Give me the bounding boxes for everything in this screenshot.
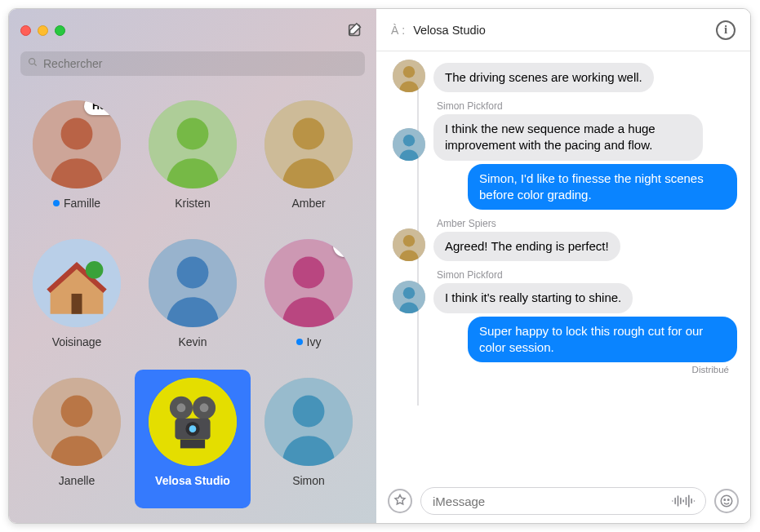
svg-point-14	[293, 257, 325, 289]
conversation-label: Kevin	[178, 335, 207, 348]
conversation-label: Famille	[53, 197, 100, 210]
delivered-label: Distribué	[468, 365, 729, 375]
sender-name: Amber Spiers	[437, 218, 620, 229]
message-bubble[interactable]: Simon, I'd like to finesse the night sce…	[468, 164, 737, 211]
svg-point-35	[403, 287, 415, 299]
apps-button[interactable]	[388, 489, 412, 513]
message-row-incoming: The driving scenes are working well.	[393, 60, 742, 92]
conversation-header: À : Velosa Studio i	[376, 9, 750, 51]
compose-button[interactable]	[345, 20, 365, 40]
avatar: Home!	[33, 100, 121, 188]
svg-point-16	[61, 396, 93, 428]
unread-dot	[296, 339, 303, 345]
titlebar	[9, 9, 376, 51]
message-avatar[interactable]	[393, 228, 425, 261]
conversation-item[interactable]: Kevin	[135, 231, 251, 370]
svg-point-37	[724, 499, 726, 501]
message-row-outgoing: Super happy to lock this rough cut for o…	[393, 317, 742, 375]
unread-dot	[53, 200, 60, 206]
svg-point-21	[200, 403, 209, 412]
svg-point-19	[177, 403, 186, 412]
svg-point-27	[293, 396, 325, 428]
conversation-label: Velosa Studio	[155, 474, 230, 487]
message-list[interactable]: The driving scenes are working well. Sim…	[376, 51, 750, 479]
svg-point-29	[403, 66, 415, 78]
maximize-button[interactable]	[55, 25, 65, 36]
avatar: ❤︎	[264, 239, 353, 327]
to-label: À :	[391, 24, 405, 37]
conversation-item[interactable]: Voisinage	[19, 231, 135, 370]
conversation-label: Voisinage	[52, 335, 102, 348]
conversation-pane: À : Velosa Studio i The driving scenes a…	[376, 9, 750, 523]
search-field[interactable]	[20, 51, 365, 76]
window-controls	[20, 25, 65, 36]
avatar	[149, 378, 237, 466]
details-button[interactable]: i	[716, 20, 736, 40]
svg-point-12	[177, 257, 209, 289]
svg-point-33	[403, 235, 415, 246]
svg-rect-25	[180, 440, 205, 449]
preview-bubble: Home!	[84, 100, 121, 115]
message-input[interactable]	[433, 494, 669, 508]
svg-rect-9	[72, 294, 82, 314]
avatar	[149, 100, 237, 188]
message-avatar[interactable]	[393, 60, 425, 92]
svg-point-36	[721, 495, 732, 507]
to-name[interactable]: Velosa Studio	[413, 24, 486, 37]
conversation-item[interactable]: Kristen	[135, 92, 251, 231]
sender-name: Simon Pickford	[437, 100, 703, 112]
minimize-button[interactable]	[38, 25, 48, 36]
message-row-incoming: Simon Pickford I think the new sequence …	[393, 95, 742, 161]
message-bubble[interactable]: Super happy to lock this rough cut for o…	[468, 317, 737, 363]
conversation-label: Ivy	[296, 335, 322, 348]
conversation-item[interactable]: Janelle	[19, 370, 135, 508]
message-row-incoming: Simon Pickford I think it's really start…	[393, 264, 742, 313]
conversation-item[interactable]: ❤︎ Ivy	[251, 231, 367, 370]
message-input-container[interactable]	[420, 487, 706, 515]
svg-point-10	[86, 261, 104, 279]
avatar	[264, 100, 353, 188]
conversation-label: Kristen	[175, 197, 211, 210]
conversation-item[interactable]: Home! Famille	[19, 92, 135, 231]
conversation-grid: Home! Famille Kristen Amber	[9, 84, 376, 523]
svg-point-24	[189, 425, 197, 432]
svg-point-1	[29, 59, 35, 64]
avatar	[149, 239, 237, 327]
message-bubble[interactable]: The driving scenes are working well.	[433, 63, 654, 92]
conversation-sidebar: Home! Famille Kristen Amber	[9, 9, 376, 523]
conversation-item[interactable]: Amber	[251, 92, 367, 231]
avatar	[33, 239, 121, 327]
svg-point-3	[61, 118, 93, 150]
audio-message-button[interactable]	[669, 490, 699, 512]
conversation-item[interactable]: Simon	[251, 370, 367, 508]
avatar	[264, 378, 353, 466]
message-avatar[interactable]	[393, 281, 425, 313]
message-bubble[interactable]: I think the new sequence made a huge imp…	[433, 114, 703, 161]
svg-point-5	[177, 118, 209, 150]
conversation-label: Simon	[292, 474, 325, 487]
sender-name: Simon Pickford	[437, 269, 633, 281]
message-bubble[interactable]: Agreed! The ending is perfect!	[433, 232, 620, 261]
message-row-outgoing: Simon, I'd like to finesse the night sce…	[393, 164, 742, 211]
search-input[interactable]	[43, 57, 358, 70]
conversation-label: Janelle	[59, 474, 95, 487]
search-icon	[27, 56, 43, 71]
svg-point-31	[403, 135, 415, 146]
message-row-incoming: Amber Spiers Agreed! The ending is perfe…	[393, 213, 742, 261]
close-button[interactable]	[20, 25, 31, 36]
emoji-button[interactable]	[714, 489, 739, 513]
conversation-item[interactable]: Velosa Studio	[135, 370, 251, 508]
svg-point-7	[293, 118, 325, 150]
conversation-label: Amber	[291, 197, 325, 210]
svg-point-38	[728, 499, 730, 501]
message-bubble[interactable]: I think it's really starting to shine.	[433, 283, 633, 313]
composer	[376, 479, 750, 523]
messages-window: Home! Famille Kristen Amber	[8, 8, 751, 524]
avatar	[33, 378, 121, 466]
message-avatar[interactable]	[393, 128, 425, 161]
